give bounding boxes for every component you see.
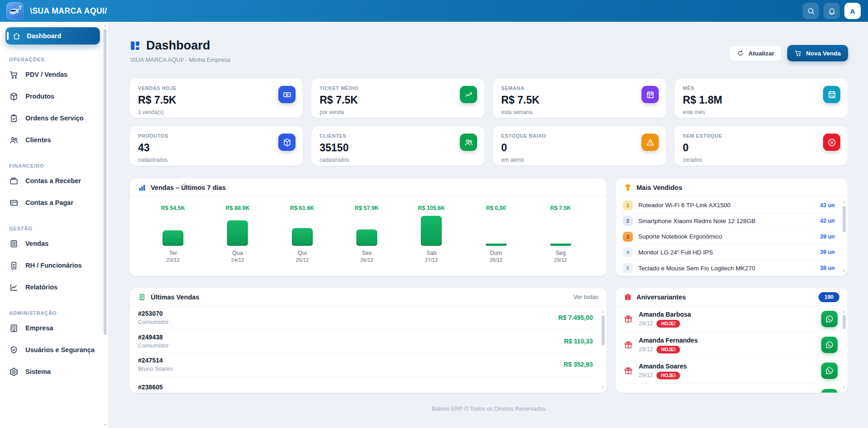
kpi-row-1: VENDAS HOJE R$ 7.5K 1 venda(s) TICKET MÉ… (129, 78, 848, 118)
kpi-value: 0 (501, 142, 658, 154)
bar-date-label: 26/12 (335, 257, 399, 263)
page-title: Dashboard (146, 39, 210, 53)
sidebar-item[interactable]: Sistema (5, 361, 101, 383)
sidebar-scrollbar[interactable]: ▲ ▼ (103, 24, 108, 426)
birthday-date: 29/12 (639, 372, 653, 378)
bar-date-label: 23/12 (141, 257, 205, 263)
panel-scrollbar[interactable]: ▲ ▼ (842, 310, 846, 389)
product-name: Suporte Notebook Ergonômico (638, 233, 722, 240)
bell-icon (828, 7, 836, 15)
kpi-subtext: esta semana (501, 109, 658, 115)
bar-date-label: 24/12 (205, 257, 270, 263)
scroll-down-icon[interactable]: ▼ (104, 423, 107, 426)
chart-title: Vendas – Últimos 7 dias (151, 184, 226, 191)
kpi-row-2: PRODUTOS 43 cadastrados CLIENTES 35150 c… (129, 126, 848, 166)
see-all-link[interactable]: Ver todas (573, 294, 598, 300)
kpi-value: R$ 7.5K (138, 94, 295, 106)
chart-column: R$ 57.9K Sex 26/12 (335, 199, 399, 263)
gift-icon (624, 393, 633, 393)
kpi-card: SEM ESTOQUE 0 zerados (674, 126, 848, 166)
clipboard-icon (9, 114, 19, 123)
panel-scrollbar[interactable]: ▲ ▼ (842, 200, 846, 272)
whatsapp-icon (825, 366, 834, 375)
product-name: Roteador Wi-Fi 6 TP-Link AX1500 (638, 202, 730, 209)
birthday-name: Amanda Soares (639, 363, 687, 370)
scrollbar-thumb[interactable] (602, 315, 605, 345)
sidebar-section-title: OPERAÇÕES (9, 57, 101, 62)
sidebar-item[interactable]: Empresa (5, 317, 101, 339)
sidebar-item[interactable]: Ordens de Serviço (5, 107, 101, 129)
bar (550, 244, 571, 246)
gift-icon (624, 366, 633, 375)
sidebar-item-dashboard[interactable]: Dashboard (5, 27, 100, 45)
whatsapp-button[interactable] (821, 363, 838, 379)
kpi-label: VENDAS HOJE (138, 85, 295, 91)
home-icon (12, 32, 21, 40)
user-avatar[interactable]: A (844, 3, 861, 19)
sidebar-item[interactable]: Produtos (5, 85, 101, 107)
sidebar-item[interactable]: Vendas (5, 233, 101, 254)
sidebar-item[interactable]: Relatórios (5, 276, 101, 298)
panel-scrollbar[interactable]: ▲ ▼ (601, 310, 605, 389)
sidebar-item[interactable]: PDV / Vendas (5, 64, 101, 85)
package-icon (9, 92, 19, 101)
scroll-up-icon[interactable]: ▲ (104, 24, 107, 27)
scroll-down-icon[interactable]: ▼ (602, 386, 605, 389)
scroll-up-icon[interactable]: ▲ (843, 310, 846, 313)
sidebar-section: OPERAÇÕES PDV / Vendas Produtos Ordens d… (5, 57, 101, 151)
sidebar-item[interactable]: Contas a Receber (5, 170, 101, 192)
sidebar-section-title: GESTÃO (9, 226, 101, 231)
whatsapp-button[interactable] (821, 311, 838, 327)
search-icon (807, 7, 815, 15)
birthday-name: Amanda Barbosa (639, 311, 691, 318)
scroll-down-icon[interactable]: ▼ (843, 269, 846, 272)
scrollbar-thumb[interactable] (843, 315, 846, 329)
sidebar-item[interactable]: Usuários e Segurança (5, 339, 101, 361)
whale-logo-icon (6, 2, 24, 20)
birthdays-list: Amanda Barbosa 29/12 HOJE! Amanda Fernan… (616, 306, 848, 393)
rank-badge: 3 (623, 232, 633, 242)
search-button[interactable] (803, 3, 819, 19)
shield-icon (9, 345, 19, 355)
trophy-icon (624, 184, 632, 192)
sale-amount: R$ 352,93 (563, 361, 593, 368)
new-sale-button[interactable]: Nova Venda (787, 45, 848, 61)
kpi-value: 0 (683, 142, 839, 154)
chart-column: R$ 105.6K Sáb 27/12 (399, 199, 464, 263)
product-name: Monitor LG 24" Full HD IPS (638, 249, 713, 256)
kpi-subtext: zerados (683, 157, 839, 163)
scroll-down-icon[interactable]: ▼ (843, 386, 846, 389)
sale-row: #249438 Consumidor R$ 110,33 (138, 330, 593, 353)
kpi-subtext: em alerta (501, 157, 658, 163)
notifications-button[interactable] (824, 3, 840, 19)
sidebar-item-label: Dashboard (27, 32, 61, 40)
scroll-up-icon[interactable]: ▲ (843, 200, 846, 204)
bar-value-label: R$ 61.6K (270, 205, 335, 211)
top-products-panel: Mais Vendidos 1 Roteador Wi-Fi 6 TP-Link… (615, 178, 848, 276)
whatsapp-icon (825, 314, 834, 323)
birthday-row: Amanda Barbosa 29/12 HOJE! (624, 306, 838, 332)
kpi-label: CLIENTES (320, 133, 476, 139)
bar (356, 229, 377, 246)
top-products-list: 1 Roteador Wi-Fi 6 TP-Link AX1500 43 un … (616, 197, 848, 276)
whatsapp-button[interactable] (821, 337, 838, 353)
kpi-card: PRODUTOS 43 cadastrados (129, 126, 303, 166)
scroll-up-icon[interactable]: ▲ (602, 310, 605, 313)
banknote-icon (278, 86, 296, 103)
credit-card-icon (9, 198, 19, 208)
bar-value-label: R$ 105.6K (399, 205, 464, 211)
birthday-row: Ana Fernandes (624, 384, 838, 393)
sidebar-item-label: RH / Funcionários (25, 262, 82, 269)
building-icon (9, 323, 19, 333)
recent-sales-title: Últimas Vendas (151, 294, 199, 301)
sidebar-item[interactable]: Clientes (5, 129, 101, 151)
refresh-button[interactable]: Atualizar (729, 45, 782, 61)
sale-id: #249438 (138, 333, 168, 341)
scrollbar-thumb[interactable] (104, 29, 107, 335)
bar (486, 244, 507, 246)
scrollbar-thumb[interactable] (843, 206, 846, 232)
sidebar-item[interactable]: RH / Funcionários (5, 254, 101, 276)
sidebar-item-label: Contas a Receber (25, 177, 81, 184)
sidebar-item[interactable]: Contas a Pagar (5, 192, 101, 214)
whatsapp-button[interactable] (821, 389, 838, 393)
